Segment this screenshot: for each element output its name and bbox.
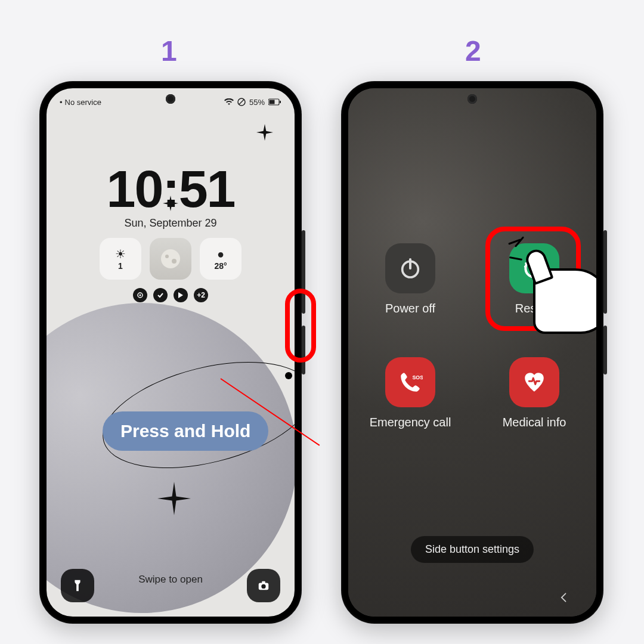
carrier-label: No service <box>65 98 101 107</box>
app-badge-1[interactable] <box>133 288 147 302</box>
sparkle-icon <box>157 482 191 515</box>
nav-back-button[interactable] <box>558 592 570 603</box>
medical-info-item[interactable]: Medical info <box>503 357 566 429</box>
no-signal-icon <box>237 98 246 106</box>
svg-line-1 <box>239 100 244 104</box>
sun-icon: ☀ <box>115 247 126 261</box>
svg-rect-4 <box>280 101 281 103</box>
emergency-call-label: Emergency call <box>370 416 451 429</box>
power-button[interactable] <box>603 326 607 374</box>
widgets-row: ☀ 1 ● 28° <box>47 238 295 280</box>
phone-frame-1: • No service 55% 10:51 <box>39 81 302 624</box>
temperature-value: 28° <box>214 261 227 271</box>
status-dot-icon: • <box>60 98 63 107</box>
medical-info-label: Medical info <box>503 416 566 429</box>
battery-label: 55% <box>249 98 265 107</box>
svg-point-7 <box>172 259 177 264</box>
more-badge[interactable]: +2 <box>194 288 208 302</box>
more-badge-label: +2 <box>197 291 205 299</box>
step-1-number: 1 <box>161 35 177 67</box>
uv-value: 1 <box>118 261 123 271</box>
press-hold-callout: Press and Hold <box>103 411 268 451</box>
phone-frame-2: Power off Restart SOS Emergency call Med… <box>341 81 603 624</box>
weather-dot-icon: ● <box>217 247 224 261</box>
volume-button[interactable] <box>603 230 607 314</box>
camera-hole-icon <box>467 94 477 104</box>
moon-icon <box>159 247 182 271</box>
svg-point-11 <box>261 584 265 589</box>
svg-point-6 <box>165 255 169 258</box>
svg-rect-12 <box>262 581 265 584</box>
medical-info-icon <box>509 357 559 407</box>
pointer-hand-icon <box>533 268 596 334</box>
notification-badges-row: +2 <box>47 288 295 302</box>
camera-hole-icon <box>166 94 175 104</box>
uv-widget[interactable]: ☀ 1 <box>100 238 141 280</box>
app-badge-2[interactable] <box>153 288 168 302</box>
sparkle-icon <box>163 196 178 211</box>
lock-screen: • No service 55% 10:51 <box>47 88 295 617</box>
clock-time: 10:51 <box>47 159 295 219</box>
svg-text:SOS: SOS <box>413 374 423 380</box>
emergency-call-icon: SOS <box>385 357 435 407</box>
svg-rect-3 <box>270 100 275 104</box>
svg-point-5 <box>161 249 180 268</box>
wallpaper-satellite <box>285 372 292 379</box>
camera-button[interactable] <box>247 569 280 602</box>
play-store-badge[interactable] <box>174 288 188 302</box>
wifi-icon <box>224 98 234 106</box>
emergency-call-item[interactable]: SOS Emergency call <box>370 357 451 429</box>
moon-widget[interactable] <box>150 238 191 280</box>
power-off-icon <box>385 243 435 293</box>
chevron-left-icon <box>558 592 570 603</box>
power-menu-screen: Power off Restart SOS Emergency call Med… <box>348 88 596 617</box>
battery-icon <box>268 98 281 106</box>
power-button-highlight <box>285 289 316 363</box>
power-off-item[interactable]: Power off <box>385 243 435 315</box>
step-2-number: 2 <box>465 35 481 67</box>
svg-point-9 <box>140 295 141 296</box>
power-off-label: Power off <box>385 302 435 315</box>
side-button-settings-button[interactable]: Side button settings <box>411 536 534 563</box>
sparkle-icon <box>256 124 273 141</box>
flashlight-icon <box>71 579 84 592</box>
flashlight-button[interactable] <box>61 569 94 602</box>
camera-icon <box>257 579 270 592</box>
temperature-widget[interactable]: ● 28° <box>200 238 242 280</box>
